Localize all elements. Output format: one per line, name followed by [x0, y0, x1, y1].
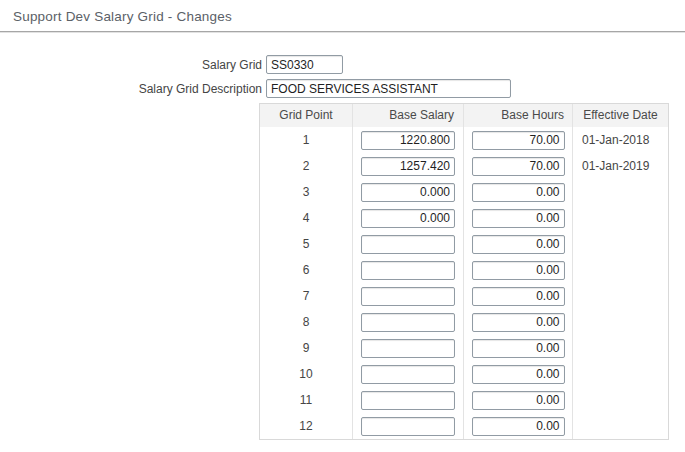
- grid-point-value: 2: [260, 153, 353, 179]
- table-row: 12: [260, 413, 668, 439]
- base-salary-input[interactable]: [361, 417, 455, 436]
- base-hours-input[interactable]: [472, 157, 565, 176]
- effective-date-value: [573, 413, 668, 439]
- base-salary-input[interactable]: [361, 235, 455, 254]
- grid-point-value: 7: [260, 283, 353, 309]
- base-hours-input[interactable]: [472, 313, 565, 332]
- table-row: 2 01-Jan-2019: [260, 153, 668, 179]
- grid-point-value: 12: [260, 413, 353, 439]
- grid-point-value: 1: [260, 127, 353, 153]
- column-header-base-salary: Base Salary: [353, 104, 464, 127]
- effective-date-value: [573, 335, 668, 361]
- table-row: 1 01-Jan-2018: [260, 127, 668, 153]
- effective-date-value: 01-Jan-2019: [573, 153, 668, 179]
- base-salary-cell: [353, 231, 464, 257]
- base-hours-cell: [464, 413, 573, 439]
- base-salary-input[interactable]: [361, 287, 455, 306]
- table-row: 3: [260, 179, 668, 205]
- base-hours-input[interactable]: [472, 235, 565, 254]
- base-hours-cell: [464, 179, 573, 205]
- salary-grid-label: Salary Grid: [0, 58, 262, 72]
- table-row: 9: [260, 335, 668, 361]
- effective-date-value: [573, 283, 668, 309]
- effective-date-value: [573, 387, 668, 413]
- base-hours-input[interactable]: [472, 417, 565, 436]
- base-hours-input[interactable]: [472, 339, 565, 358]
- salary-grid-description-input[interactable]: [266, 79, 511, 98]
- table-row: 6: [260, 257, 668, 283]
- base-salary-cell: [353, 361, 464, 387]
- grid-table-body: 1 01-Jan-2018 2 01-Jan-2019 3 4: [260, 127, 668, 439]
- base-hours-input[interactable]: [472, 183, 565, 202]
- grid-point-value: 6: [260, 257, 353, 283]
- column-header-grid-point: Grid Point: [260, 104, 353, 127]
- base-salary-cell: [353, 205, 464, 231]
- table-row: 10: [260, 361, 668, 387]
- base-hours-cell: [464, 205, 573, 231]
- base-hours-cell: [464, 231, 573, 257]
- effective-date-value: [573, 309, 668, 335]
- base-salary-cell: [353, 309, 464, 335]
- base-salary-input[interactable]: [361, 365, 455, 384]
- salary-grid-row: Salary Grid: [0, 55, 685, 74]
- base-hours-cell: [464, 361, 573, 387]
- base-hours-cell: [464, 283, 573, 309]
- base-hours-cell: [464, 257, 573, 283]
- salary-grid-input[interactable]: [266, 55, 343, 74]
- base-salary-cell: [353, 283, 464, 309]
- effective-date-value: [573, 179, 668, 205]
- effective-date-value: [573, 257, 668, 283]
- base-salary-cell: [353, 387, 464, 413]
- effective-date-value: 01-Jan-2018: [573, 127, 668, 153]
- base-hours-cell: [464, 309, 573, 335]
- base-salary-input[interactable]: [361, 157, 455, 176]
- effective-date-value: [573, 205, 668, 231]
- title-divider: [0, 31, 685, 33]
- table-row: 7: [260, 283, 668, 309]
- base-salary-input[interactable]: [361, 339, 455, 358]
- base-salary-cell: [353, 257, 464, 283]
- table-row: 4: [260, 205, 668, 231]
- base-salary-cell: [353, 153, 464, 179]
- grid-point-value: 5: [260, 231, 353, 257]
- base-salary-cell: [353, 179, 464, 205]
- page-title: Support Dev Salary Grid - Changes: [0, 0, 685, 31]
- base-hours-input[interactable]: [472, 261, 565, 280]
- base-hours-cell: [464, 127, 573, 153]
- effective-date-value: [573, 361, 668, 387]
- base-hours-cell: [464, 153, 573, 179]
- base-hours-input[interactable]: [472, 391, 565, 410]
- column-header-base-hours: Base Hours: [464, 104, 573, 127]
- base-salary-cell: [353, 335, 464, 361]
- base-hours-input[interactable]: [472, 365, 565, 384]
- salary-grid-description-row: Salary Grid Description: [0, 79, 685, 98]
- grid-point-value: 4: [260, 205, 353, 231]
- column-header-effective-date: Effective Date: [573, 104, 668, 127]
- table-header-row: Grid Point Base Salary Base Hours Effect…: [260, 104, 668, 127]
- grid-point-value: 11: [260, 387, 353, 413]
- table-row: 11: [260, 387, 668, 413]
- grid-point-value: 8: [260, 309, 353, 335]
- base-salary-cell: [353, 413, 464, 439]
- base-hours-input[interactable]: [472, 131, 565, 150]
- base-hours-input[interactable]: [472, 209, 565, 228]
- grid-point-value: 9: [260, 335, 353, 361]
- salary-grid-table: Grid Point Base Salary Base Hours Effect…: [259, 103, 669, 440]
- base-salary-input[interactable]: [361, 391, 455, 410]
- base-salary-input[interactable]: [361, 261, 455, 280]
- table-row: 5: [260, 231, 668, 257]
- base-salary-cell: [353, 127, 464, 153]
- base-hours-cell: [464, 335, 573, 361]
- base-salary-input[interactable]: [361, 183, 455, 202]
- base-salary-input[interactable]: [361, 131, 455, 150]
- base-salary-input[interactable]: [361, 209, 455, 228]
- base-hours-cell: [464, 387, 573, 413]
- table-row: 8: [260, 309, 668, 335]
- form-area: Salary Grid Salary Grid Description: [0, 55, 685, 98]
- salary-grid-description-label: Salary Grid Description: [0, 82, 262, 96]
- grid-point-value: 10: [260, 361, 353, 387]
- effective-date-value: [573, 231, 668, 257]
- base-salary-input[interactable]: [361, 313, 455, 332]
- base-hours-input[interactable]: [472, 287, 565, 306]
- grid-point-value: 3: [260, 179, 353, 205]
